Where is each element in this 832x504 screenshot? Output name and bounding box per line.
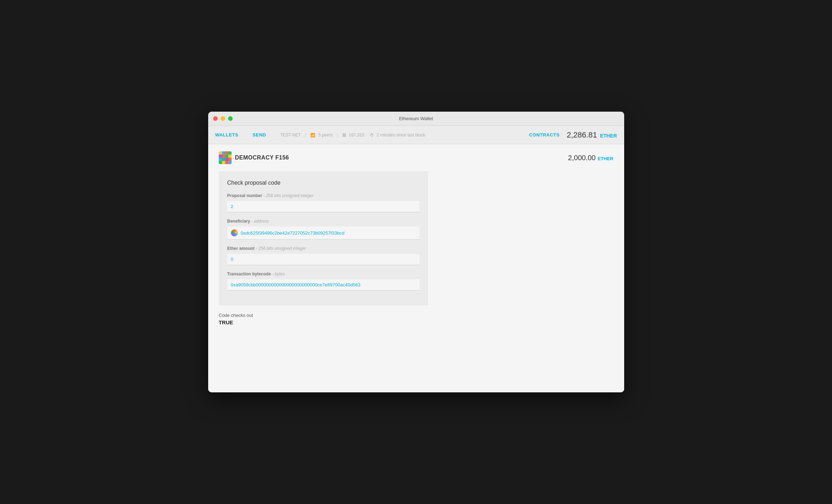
nav-status: TEST-NET | 5 peers | 167,310 2 minutes s…: [280, 133, 425, 138]
result-section: Code checks out TRUE: [219, 313, 614, 329]
navbar: WALLETS SEND TEST-NET | 5 peers | 167,31…: [208, 126, 624, 144]
nav-contracts[interactable]: CONTRACTS: [529, 132, 560, 138]
bytecode-label: Transaction bytecode - bytes: [227, 271, 420, 276]
svg-rect-11: [225, 158, 228, 161]
close-button[interactable]: [213, 116, 218, 121]
contract-balance-amount: 2,000.00: [568, 154, 596, 162]
nav-send[interactable]: SEND: [253, 132, 266, 138]
window-title: Ethereum Wallet: [399, 116, 433, 121]
ether-amount-label: Ether amount - 256 bits unsigned integer: [227, 246, 420, 251]
svg-rect-4: [228, 151, 232, 155]
app-window: Ethereum Wallet WALLETS SEND TEST-NET | …: [208, 112, 624, 392]
svg-rect-16: [228, 161, 232, 164]
nav-wallets[interactable]: WALLETS: [215, 132, 239, 138]
contract-name: DEMOCRACY F156: [235, 155, 289, 161]
svg-rect-2: [222, 151, 225, 155]
nav-balance-amount: 2,286.81: [567, 130, 597, 139]
svg-rect-9: [219, 158, 222, 161]
beneficiary-label: Beneficiary - address: [227, 219, 420, 224]
svg-rect-10: [222, 158, 225, 161]
signal-icon: [310, 133, 315, 138]
separator1: |: [305, 133, 306, 138]
beneficiary-group: Beneficiary - address 0xdc625f39496c2be4…: [227, 219, 420, 240]
ether-amount-group: Ether amount - 256 bits unsigned integer: [227, 246, 420, 265]
svg-rect-8: [228, 155, 232, 158]
card-title: Check proposal code: [227, 180, 420, 186]
result-label: Code checks out: [219, 313, 614, 318]
svg-rect-5: [219, 155, 222, 158]
contract-avatar: [219, 151, 232, 164]
contract-balance: 2,000.00 ETHER: [568, 154, 614, 162]
proposal-number-input[interactable]: [227, 201, 420, 212]
clock-icon: [370, 133, 374, 138]
contract-balance-unit: ETHER: [598, 156, 613, 161]
beneficiary-address: 0xdc625f39496c2be42e7227052c73b09257f33b…: [241, 230, 345, 236]
nav-balance-unit: ETHER: [600, 133, 617, 139]
titlebar: Ethereum Wallet: [208, 112, 624, 126]
contract-identity: DEMOCRACY F156: [219, 151, 289, 164]
minimize-button[interactable]: [221, 116, 225, 121]
proposal-number-label: Proposal number - 256 bits unsigned inte…: [227, 193, 420, 198]
network-label: TEST-NET: [280, 133, 301, 138]
content-area: DEMOCRACY F156 2,000.00 ETHER Check prop…: [208, 144, 624, 392]
last-block-time: 2 minutes since last block: [377, 133, 425, 138]
proposal-card: Check proposal code Proposal number - 25…: [219, 171, 428, 306]
result-value: TRUE: [219, 319, 614, 325]
svg-rect-1: [219, 151, 222, 155]
svg-rect-3: [225, 151, 228, 155]
bytecode-input[interactable]: [227, 279, 420, 291]
svg-rect-15: [225, 161, 228, 164]
peers-count: 5 peers: [318, 133, 332, 138]
nav-balance-container: 2,286.81 ETHER: [567, 130, 617, 140]
block-number: 167,310: [349, 133, 364, 138]
proposal-number-group: Proposal number - 256 bits unsigned inte…: [227, 193, 420, 212]
beneficiary-input-container[interactable]: 0xdc625f39496c2be42e7227052c73b09257f33b…: [227, 226, 420, 240]
blocks-icon: [342, 133, 346, 138]
beneficiary-avatar-icon: [231, 229, 238, 236]
contract-header: DEMOCRACY F156 2,000.00 ETHER: [219, 151, 614, 164]
traffic-lights: [213, 116, 233, 121]
nav-left: WALLETS SEND TEST-NET | 5 peers | 167,31…: [215, 132, 425, 138]
svg-rect-13: [219, 161, 222, 164]
maximize-button[interactable]: [228, 116, 233, 121]
svg-rect-7: [225, 155, 228, 158]
svg-rect-14: [222, 161, 225, 164]
svg-rect-12: [228, 158, 232, 161]
ether-amount-input[interactable]: [227, 254, 420, 265]
svg-rect-6: [222, 155, 225, 158]
nav-right: CONTRACTS 2,286.81 ETHER: [529, 130, 617, 140]
separator2: |: [337, 133, 338, 138]
bytecode-group: Transaction bytecode - bytes: [227, 271, 420, 291]
